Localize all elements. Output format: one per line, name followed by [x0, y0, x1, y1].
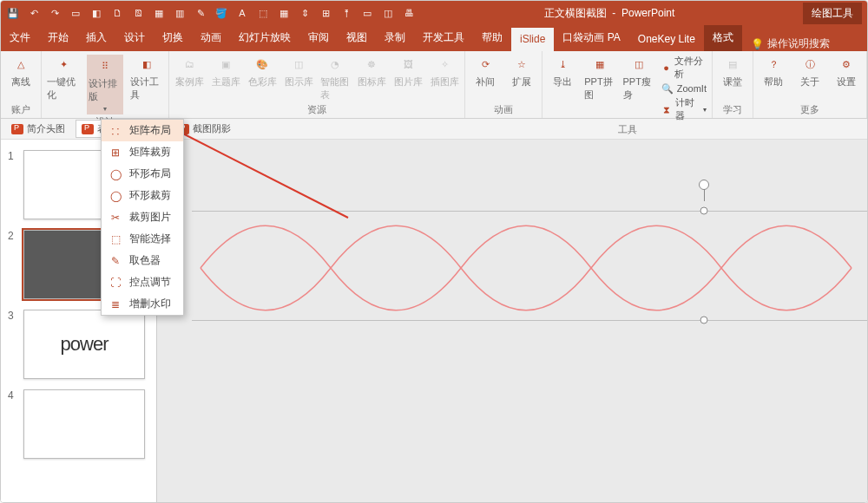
image-icon: 🖼 — [398, 55, 418, 74]
dd-matrix-crop[interactable]: ⊞矩阵裁剪 — [102, 141, 183, 163]
palette-icon: 🎨 — [253, 55, 272, 74]
btn-icon-lib[interactable]: ☸图标库 — [357, 55, 386, 88]
qat-icon[interactable]: ⊞ — [319, 8, 332, 19]
qat-icon[interactable]: ▦ — [152, 8, 166, 19]
group-tools: ⤓导出 ▦PPT拼图 ◫PPT瘦身 ●文件分析 🔍ZoomIt ⧗计时器 ▾ 工… — [542, 51, 713, 118]
slide-preview: power — [23, 310, 145, 379]
steering-icon: ☸ — [362, 55, 381, 74]
slide-preview — [23, 389, 145, 459]
tab-slideshow[interactable]: 幻灯片放映 — [230, 25, 299, 51]
crop-icon: ✂ — [108, 211, 122, 225]
tab-help[interactable]: 帮助 — [473, 25, 511, 51]
btn-design-tools[interactable]: ◧设计工具 — [130, 55, 163, 101]
thumb-4[interactable]: 4 — [1, 384, 156, 464]
btn-vector-lib[interactable]: ✧插图库 — [430, 55, 459, 88]
dd-watermark[interactable]: ≣增删水印 — [102, 293, 183, 315]
qat-icon[interactable]: 🖶 — [402, 8, 416, 18]
dd-ring-layout[interactable]: ◯环形布局 — [102, 163, 183, 185]
qat-icon[interactable]: ✎ — [194, 8, 207, 19]
btn-ppt-slim[interactable]: ◫PPT瘦身 — [623, 55, 654, 101]
btn-tween[interactable]: ⟳补间 — [470, 55, 500, 88]
tab-design[interactable]: 设计 — [115, 25, 154, 51]
btn-offline[interactable]: △离线 — [6, 55, 36, 88]
tab-devtools[interactable]: 开发工具 — [414, 25, 473, 51]
eyedropper-icon: ✎ — [108, 254, 122, 268]
qat-icon[interactable]: ◧ — [89, 8, 103, 19]
group-account: △离线 账户 — [1, 51, 42, 118]
dd-smart-select[interactable]: ⬚智能选择 — [102, 228, 183, 250]
panel-icon: ◧ — [137, 55, 156, 74]
btn-timer[interactable]: ⧗计时器 ▾ — [661, 96, 707, 122]
powerpoint-icon — [82, 124, 94, 134]
btn-optimize[interactable]: ✦一键优化 — [47, 55, 80, 101]
chart-icon: ◔ — [326, 55, 345, 74]
tab-file[interactable]: 文件 — [1, 25, 39, 51]
qat-icon[interactable]: A — [235, 8, 249, 18]
tab-islide[interactable]: iSlide — [511, 28, 554, 51]
qat-icon[interactable]: ⇕ — [298, 8, 312, 19]
thumb-3[interactable]: 3power — [1, 304, 156, 384]
qat-icon[interactable]: 🗋 — [110, 8, 124, 18]
redo-icon[interactable]: ↷ — [48, 8, 62, 19]
dd-ring-crop[interactable]: ◯环形裁剪 — [102, 185, 183, 206]
diagram-icon: ◫ — [289, 55, 308, 74]
dd-handle-adjust[interactable]: ⛶控点调节 — [102, 271, 183, 293]
btn-export[interactable]: ⤓导出 — [548, 55, 577, 88]
qat-icon[interactable]: ⬚ — [256, 8, 270, 19]
qat-icon[interactable]: ▭ — [69, 8, 82, 19]
qat-icon[interactable]: ▥ — [173, 8, 187, 19]
btn-extend[interactable]: ☆扩展 — [507, 55, 536, 88]
gear-icon: ⚙ — [837, 55, 856, 74]
btn-case-lib[interactable]: 🗂案例库 — [174, 55, 204, 88]
btn-color-lib[interactable]: 🎨色彩库 — [247, 55, 277, 88]
btn-image-lib[interactable]: 🖼图片库 — [393, 55, 423, 88]
qat-icon[interactable]: 🖻 — [131, 8, 145, 18]
qat-icon[interactable]: ▭ — [360, 8, 374, 19]
qat-icon[interactable]: ▦ — [277, 8, 291, 19]
btn-help[interactable]: ？帮助 — [759, 55, 788, 88]
tab-insert[interactable]: 插入 — [77, 25, 115, 51]
qat-icon[interactable]: 🪣 — [214, 8, 228, 19]
theme-icon: ▣ — [216, 55, 235, 74]
btn-theme-lib[interactable]: ▣主题库 — [211, 55, 240, 88]
dd-crop-image[interactable]: ✂裁剪图片 — [102, 206, 183, 228]
group-design: ✦一键优化 ⠿设计排版▾ ◧设计工具 设计 — [42, 51, 169, 118]
btn-class[interactable]: ▤课堂 — [718, 55, 747, 88]
doc-tab-1[interactable]: 简介头图 — [6, 121, 70, 137]
group-anim: ⟳补间 ☆扩展 动画 — [465, 51, 542, 118]
wave-shape[interactable] — [192, 181, 867, 355]
tab-format[interactable]: 格式 — [704, 25, 742, 51]
btn-about[interactable]: ⓘ关于 — [795, 55, 825, 88]
dd-matrix-layout[interactable]: ⸬矩阵布局 — [102, 120, 183, 141]
tab-onekey[interactable]: OneKey Lite — [629, 28, 704, 51]
triangle-icon: △ — [11, 55, 30, 74]
matrix-crop-icon: ⊞ — [108, 146, 122, 160]
qat-icon[interactable]: ◫ — [381, 8, 395, 19]
dd-eyedropper[interactable]: ✎取色器 — [102, 250, 183, 271]
btn-file-analyze[interactable]: ●文件分析 — [661, 55, 707, 81]
btn-ppt-collage[interactable]: ▦PPT拼图 — [584, 55, 615, 101]
context-tab-title: 绘图工具 — [803, 3, 862, 24]
tab-transitions[interactable]: 切换 — [154, 25, 192, 51]
zoom-icon: 🔍 — [661, 82, 674, 95]
powerpoint-icon — [11, 124, 23, 134]
save-icon[interactable]: 💾 — [6, 8, 20, 19]
tab-record[interactable]: 录制 — [376, 25, 414, 51]
btn-smart-chart[interactable]: ◔智能图表 — [320, 55, 350, 101]
btn-settings[interactable]: ⚙设置 — [832, 55, 861, 88]
tab-pocket-anim[interactable]: 口袋动画 PA — [554, 25, 628, 51]
qat-icon[interactable]: ⭱ — [339, 8, 353, 18]
slide-canvas[interactable] — [157, 140, 867, 502]
tell-me[interactable]: 💡操作说明搜索 — [751, 36, 830, 51]
case-icon: 🗂 — [180, 55, 199, 74]
btn-design-layout[interactable]: ⠿设计排版▾ — [87, 55, 123, 114]
dot-icon: ● — [661, 62, 672, 74]
ring-icon: ◯ — [108, 167, 122, 181]
btn-diagram-lib[interactable]: ◫图示库 — [284, 55, 313, 88]
tab-home[interactable]: 开始 — [39, 25, 77, 51]
tab-animations[interactable]: 动画 — [192, 25, 230, 51]
btn-zoomit[interactable]: 🔍ZoomIt — [661, 82, 707, 95]
undo-icon[interactable]: ↶ — [27, 8, 41, 19]
tab-view[interactable]: 视图 — [338, 25, 376, 51]
tab-review[interactable]: 审阅 — [299, 25, 338, 51]
